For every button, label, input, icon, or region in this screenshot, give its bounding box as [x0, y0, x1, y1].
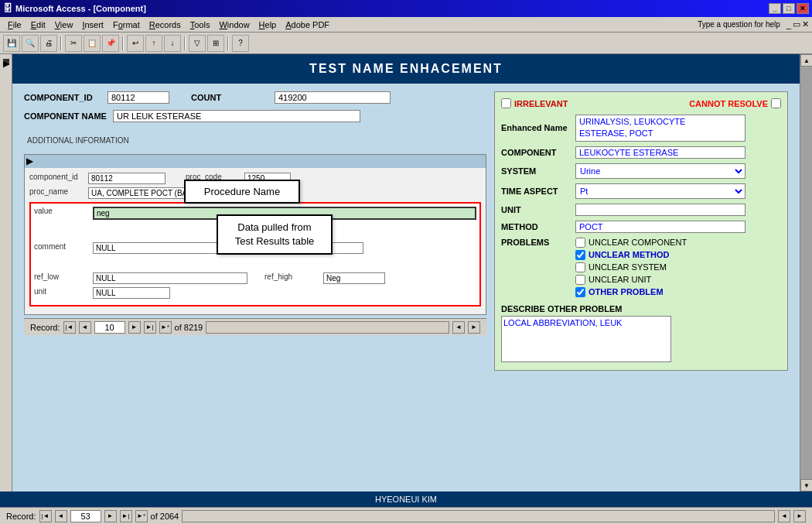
- toolbar-help[interactable]: ?: [232, 35, 249, 52]
- menu-insert[interactable]: Insert: [77, 19, 108, 31]
- outer-new-btn[interactable]: ►*: [135, 510, 148, 522]
- count-input[interactable]: [275, 91, 391, 104]
- form-content: COMPONENT_ID COUNT COMPONENT NAME ADDITI…: [12, 84, 800, 378]
- outer-scroll-left[interactable]: ◄: [778, 510, 790, 522]
- inner-prev-btn[interactable]: ◄: [79, 321, 91, 334]
- cb-unclear-method-input[interactable]: [575, 250, 585, 260]
- outer-prev-btn[interactable]: ◄: [55, 510, 67, 522]
- rp-system-select[interactable]: Urine: [575, 163, 745, 179]
- ai-ref-high-input[interactable]: [323, 272, 385, 284]
- toolbar-cut[interactable]: ✂: [65, 35, 82, 52]
- record-selector: ▶: [3, 59, 9, 65]
- menu-records[interactable]: Records: [145, 19, 186, 31]
- toolbar-save[interactable]: 💾: [3, 35, 20, 52]
- component-id-row: COMPONENT_ID COUNT: [24, 91, 486, 104]
- toolbar-search[interactable]: 🔍: [22, 35, 39, 52]
- procedure-name-popup: Procedure Name: [184, 180, 300, 204]
- inner-record-input[interactable]: [94, 321, 125, 334]
- inner-last-btn[interactable]: ►|: [144, 321, 156, 334]
- inner-scroll-right[interactable]: ►: [468, 321, 480, 334]
- toolbar-filter[interactable]: ▽: [189, 35, 206, 52]
- toolbar-sort-asc[interactable]: ↑: [145, 35, 162, 52]
- footer-bar: HYEONEUI KIM: [0, 491, 812, 507]
- rp-component-value[interactable]: LEUKOCYTE ESTERASE: [575, 146, 745, 159]
- ai-component-id-label: component_id: [29, 173, 84, 181]
- form-title: TEST NAME ENHACEMENT: [12, 54, 800, 84]
- toolbar-undo[interactable]: ↩: [127, 35, 144, 52]
- outer-hscroll[interactable]: [182, 510, 775, 522]
- maximize-button[interactable]: □: [783, 3, 795, 14]
- close-button[interactable]: ✕: [797, 3, 809, 14]
- irrelevant-checkbox[interactable]: [501, 98, 511, 108]
- additional-info-box: ▶ component_id proc_code: [24, 154, 486, 315]
- rp-enhanced-name-value[interactable]: URINALYSIS, LEUKOCYTEESTERASE, POCT: [575, 115, 745, 142]
- menu-tools[interactable]: Tools: [186, 19, 215, 31]
- menu-bar: File Edit View Insert Format Records Too…: [0, 17, 812, 33]
- rp-checkboxes: UNCLEAR COMPONENT UNCLEAR METHOD UNCLEAR…: [575, 238, 687, 300]
- cb-unclear-system-input[interactable]: [575, 262, 585, 272]
- cb-other-problem: OTHER PROBLEM: [575, 287, 687, 297]
- help-close[interactable]: ✕: [802, 19, 809, 29]
- ai-component-id-input[interactable]: [88, 173, 165, 184]
- help-minimize[interactable]: _: [786, 20, 791, 29]
- footer-text: HYEONEUI KIM: [375, 495, 437, 504]
- component-id-input[interactable]: [107, 91, 169, 104]
- scroll-track[interactable]: [800, 67, 812, 479]
- rp-timeaspect-row: TIME ASPECT Pt: [501, 183, 781, 199]
- rp-unit-input[interactable]: [575, 204, 745, 216]
- help-restore[interactable]: ▭: [793, 19, 800, 29]
- inner-first-btn[interactable]: |◄: [63, 321, 76, 334]
- rp-method-label: METHOD: [501, 222, 571, 231]
- inner-scroll-left[interactable]: ◄: [452, 321, 465, 334]
- irrelevant-section: IRRELEVANT: [501, 98, 568, 108]
- inner-new-btn[interactable]: ►*: [159, 321, 172, 334]
- cannot-resolve-checkbox[interactable]: [771, 98, 781, 108]
- toolbar-print[interactable]: 🖨: [40, 35, 57, 52]
- minimize-button[interactable]: _: [769, 3, 781, 14]
- toolbar-sort-desc[interactable]: ↓: [164, 35, 181, 52]
- rp-timeaspect-select[interactable]: Pt: [575, 183, 745, 199]
- rp-system-label: SYSTEM: [501, 166, 571, 176]
- menu-adobe[interactable]: Adobe PDF: [281, 19, 334, 31]
- menu-edit[interactable]: Edit: [26, 19, 50, 31]
- cb-unclear-unit-input[interactable]: [575, 275, 585, 285]
- menu-help[interactable]: Help: [254, 19, 281, 31]
- outer-record-input[interactable]: [70, 510, 101, 522]
- inner-record-total: of 8219: [175, 323, 203, 332]
- toolbar-sep2: [122, 36, 124, 50]
- rp-problems-row: PROBLEMS UNCLEAR COMPONENT UNCLEAR METHO…: [501, 238, 781, 300]
- menu-view[interactable]: View: [50, 19, 78, 31]
- irrelevant-label: IRRELEVANT: [514, 99, 568, 108]
- component-name-input[interactable]: [113, 110, 360, 122]
- menu-format[interactable]: Format: [108, 19, 145, 31]
- cb-other-problem-input[interactable]: [575, 287, 585, 297]
- ai-unit-input[interactable]: [93, 287, 170, 299]
- toolbar-paste[interactable]: 📌: [102, 35, 119, 52]
- form-body: TEST NAME ENHACEMENT COMPONENT_ID COUNT …: [12, 54, 800, 491]
- outer-last-btn[interactable]: ►|: [120, 510, 132, 522]
- scroll-up-btn[interactable]: ▲: [800, 54, 812, 67]
- inner-record-label: Record:: [30, 323, 60, 332]
- toolbar-apply-filter[interactable]: ⊞: [207, 35, 224, 52]
- cb-unclear-component-input[interactable]: [575, 238, 585, 248]
- outer-next-btn[interactable]: ►: [104, 510, 117, 522]
- inner-hscroll[interactable]: [206, 321, 449, 334]
- toolbar-sep4: [227, 36, 229, 50]
- cb-unclear-unit: UNCLEAR UNIT: [575, 275, 687, 285]
- rp-method-input[interactable]: [575, 221, 745, 233]
- cb-unclear-system: UNCLEAR SYSTEM: [575, 262, 687, 272]
- menu-window[interactable]: Window: [214, 19, 254, 31]
- outer-scroll-right[interactable]: ►: [793, 510, 806, 522]
- ai-ref-low-label: ref_low: [34, 272, 88, 281]
- rp-describe-input[interactable]: LOCAL ABBREVIATION, LEUK: [501, 316, 671, 362]
- outer-first-btn[interactable]: |◄: [39, 510, 52, 522]
- toolbar-copy[interactable]: 📋: [84, 35, 101, 52]
- menu-file[interactable]: File: [3, 19, 26, 31]
- inner-next-btn[interactable]: ►: [128, 321, 141, 334]
- component-name-row: COMPONENT NAME: [24, 110, 486, 122]
- component-id-label: COMPONENT_ID: [24, 93, 101, 102]
- rp-component-label: COMPONENT: [501, 148, 571, 157]
- scroll-down-btn[interactable]: ▼: [800, 479, 812, 491]
- inner-record-bar: Record: |◄ ◄ ► ►| ►* of 8219 ◄ ►: [24, 318, 486, 335]
- ai-ref-low-input[interactable]: [93, 272, 247, 284]
